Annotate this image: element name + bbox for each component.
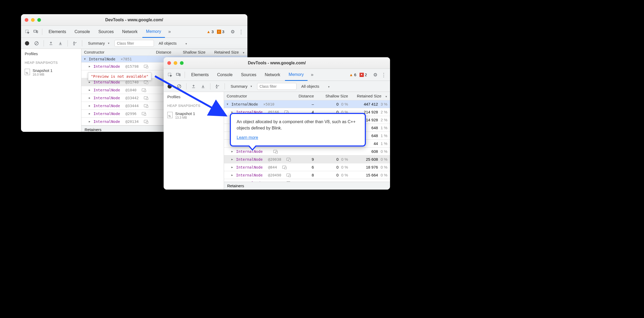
col-retained[interactable]: Retained Size (208, 49, 247, 55)
retainers-header[interactable]: Retainers (224, 182, 390, 190)
element-icon (282, 166, 286, 169)
window-title: DevTools - www.google.com/ (21, 18, 247, 22)
table-row[interactable]: ▶InternalNode @844 600 %18 9760 % (224, 163, 390, 171)
settings-icon[interactable] (372, 71, 379, 79)
element-icon (144, 65, 148, 68)
class-filter-input[interactable] (257, 83, 297, 90)
inspect-icon[interactable] (24, 28, 31, 35)
table-row[interactable]: ▼InternalNode ×5010 – 00 % 447 4123 % (224, 100, 390, 108)
col-shallow[interactable]: Shallow Size (174, 49, 208, 55)
record-button[interactable] (24, 40, 30, 47)
close-icon[interactable] (25, 18, 28, 22)
device-icon[interactable] (175, 71, 182, 79)
table-row[interactable]: ▶InternalNode @20490 800 %15 6640 % (224, 171, 390, 179)
heap-snapshots-label: HEAP SNAPSHOTS (164, 102, 224, 110)
error-count: 3 (222, 29, 224, 34)
tab-memory[interactable]: Memory (285, 69, 308, 81)
class-filter-input[interactable] (115, 40, 154, 47)
element-icon (144, 104, 148, 107)
element-icon (142, 88, 146, 91)
col-constructor[interactable]: Constructor (224, 93, 293, 99)
profiles-sidebar: Profiles HEAP SNAPSHOTS Snapshot 1 16.0 … (21, 49, 81, 132)
dropdown-caret-icon[interactable] (326, 84, 330, 89)
snapshot-item[interactable]: Snapshot 1 13.3 MB (164, 110, 224, 121)
devtools-window-new: DevTools - www.google.com/ Elements Cons… (164, 57, 390, 190)
tab-memory[interactable]: Memory (142, 26, 165, 38)
svg-rect-2 (37, 31, 38, 33)
table-row[interactable]: ▶InternalNode @25270 900 %15 6640 % (224, 179, 390, 182)
element-icon (273, 150, 277, 153)
gc-icon[interactable] (71, 40, 78, 47)
col-distance[interactable]: Distance (150, 49, 174, 55)
panel-tabbar: Elements Console Sources Network Memory … (21, 26, 247, 38)
export-icon[interactable] (48, 40, 54, 47)
window-title: DevTools - www.google.com/ (164, 61, 390, 65)
minimize-icon[interactable] (174, 61, 177, 65)
clear-button[interactable] (176, 83, 183, 90)
svg-rect-6 (179, 74, 180, 76)
gc-icon[interactable] (214, 83, 221, 90)
svg-rect-1 (34, 30, 37, 32)
record-button[interactable] (166, 83, 173, 90)
learn-more-link[interactable]: Learn more (237, 135, 258, 140)
export-icon[interactable] (190, 83, 197, 90)
element-icon (287, 181, 290, 182)
profiles-sidebar: Profiles HEAP SNAPSHOTS Snapshot 1 13.3 … (164, 92, 224, 190)
warning-badge[interactable]: ▲3 (206, 29, 214, 34)
minimize-icon[interactable] (31, 18, 35, 22)
view-dropdown[interactable]: Summary (86, 40, 112, 46)
zoom-icon[interactable] (180, 61, 184, 65)
col-constructor[interactable]: Constructor (81, 49, 150, 55)
col-distance[interactable]: Distance (293, 93, 316, 99)
element-icon (287, 174, 290, 176)
view-dropdown[interactable]: Summary (228, 83, 255, 90)
tab-sources[interactable]: Sources (95, 26, 117, 38)
device-icon[interactable] (32, 28, 39, 35)
tab-network[interactable]: Network (118, 26, 141, 38)
heap-snapshots-label: HEAP SNAPSHOTS (21, 59, 81, 67)
snapshot-item[interactable]: Snapshot 1 16.0 MB (21, 67, 81, 78)
dropdown-caret-icon[interactable] (184, 41, 187, 46)
snapshot-file-icon (25, 69, 30, 75)
import-icon[interactable] (57, 40, 64, 47)
table-row[interactable]: ▶InternalNode @20038 900 %25 6080 % (224, 155, 390, 163)
more-tabs-icon[interactable] (166, 28, 173, 35)
error-badge[interactable]: ✕2 (360, 72, 367, 77)
objects-dropdown[interactable]: All objects (157, 40, 179, 46)
traffic-lights (167, 61, 184, 65)
more-tabs-icon[interactable] (309, 71, 316, 79)
titlebar[interactable]: DevTools - www.google.com/ (164, 57, 390, 69)
clear-button[interactable] (33, 40, 40, 47)
memory-toolbar: Summary All objects (164, 81, 390, 92)
tab-network[interactable]: Network (261, 69, 284, 81)
profiles-heading: Profiles (164, 92, 224, 102)
error-badge[interactable]: !3 (217, 29, 224, 34)
tab-elements[interactable]: Elements (45, 26, 70, 38)
element-icon (287, 158, 290, 161)
snapshot-name: Snapshot 1 (175, 111, 195, 116)
settings-icon[interactable] (229, 28, 236, 35)
import-icon[interactable] (200, 83, 206, 90)
inspect-icon[interactable] (166, 71, 174, 79)
element-icon (144, 96, 148, 99)
svg-rect-5 (176, 73, 179, 75)
tab-console[interactable]: Console (214, 69, 236, 81)
tab-console[interactable]: Console (71, 26, 94, 38)
tab-sources[interactable]: Sources (237, 69, 260, 81)
table-header: Constructor Distance Shallow Size Retain… (224, 92, 390, 100)
tooltip-text: An object allocated by a component other… (237, 119, 359, 131)
objects-dropdown[interactable]: All objects (299, 83, 321, 90)
table-header: Constructor Distance Shallow Size Retain… (81, 49, 247, 56)
warning-count: 3 (211, 29, 214, 34)
description-tooltip: An object allocated by a component other… (230, 113, 366, 147)
titlebar[interactable]: DevTools - www.google.com/ (21, 14, 247, 26)
more-menu-icon[interactable] (237, 28, 245, 35)
warning-badge[interactable]: ▲6 (349, 72, 356, 77)
zoom-icon[interactable] (37, 18, 41, 22)
close-icon[interactable] (167, 61, 171, 65)
profiles-heading: Profiles (21, 49, 81, 59)
col-retained[interactable]: Retained Size (351, 93, 390, 99)
col-shallow[interactable]: Shallow Size (316, 93, 351, 99)
more-menu-icon[interactable] (380, 71, 387, 79)
tab-elements[interactable]: Elements (188, 69, 212, 81)
